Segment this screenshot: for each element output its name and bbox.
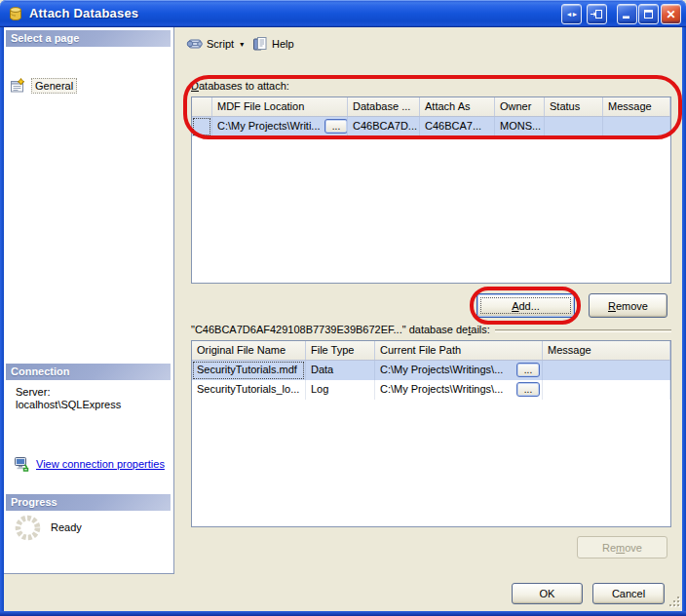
database-details-label: "C46BCA7D6AF429108B7739E39B672EF..." dat… (191, 324, 671, 335)
message-cell[interactable] (603, 117, 670, 136)
attach-databases-dialog: Attach Databases ◄► ✕ (0, 0, 686, 616)
script-label: Script (207, 38, 234, 50)
sidebar-item-general[interactable]: General (10, 77, 77, 94)
cancel-button[interactable]: Cancel (592, 583, 665, 604)
column-header-attach-as: Attach As (420, 97, 495, 116)
database-details-grid: Original File Name File Type Current Fil… (191, 340, 671, 527)
maximize-icon (643, 9, 654, 19)
attach-as-cell[interactable]: C46BCA7... (420, 117, 495, 136)
focus-rect (193, 118, 210, 135)
progress-status: Ready (51, 521, 82, 533)
file-type-cell[interactable]: Log (306, 380, 375, 400)
original-file-name-cell[interactable]: SecurityTutorials.mdf (192, 361, 306, 380)
window-close-button[interactable]: ✕ (661, 4, 681, 24)
column-header-original-file-name: Original File Name (192, 341, 306, 360)
view-connection-properties-link[interactable]: View connection properties (14, 456, 165, 472)
current-file-path-cell[interactable]: C:\My Projects\Writings\... ... (375, 361, 543, 380)
databases-to-attach-label: Databases to attach: (191, 80, 289, 92)
browse-button[interactable]: ... (516, 382, 540, 397)
script-icon (186, 37, 203, 51)
window-minimize-button[interactable] (617, 4, 637, 24)
window-resize-button[interactable]: ◄► (561, 4, 582, 24)
focus-rect (193, 362, 304, 379)
browse-button[interactable]: ... (516, 363, 540, 377)
chevron-down-icon: ▾ (240, 40, 244, 49)
owner-cell[interactable]: MONS... (495, 117, 545, 136)
database-icon (8, 6, 23, 23)
column-header-current-file-path: Current File Path (375, 341, 543, 360)
window-dock-button[interactable] (587, 4, 607, 24)
remove-button[interactable]: Remove (589, 293, 667, 318)
table-row[interactable]: SecurityTutorials_lo... Log C:\My Projec… (192, 380, 670, 400)
column-header-file-type: File Type (306, 341, 375, 360)
message-cell[interactable] (543, 361, 670, 380)
close-icon: ✕ (666, 8, 675, 21)
script-button[interactable]: Script ▾ (179, 32, 250, 56)
resize-arrows-icon: ◄► (566, 11, 578, 18)
remove-details-button[interactable]: Remove (577, 536, 667, 558)
status-cell[interactable] (545, 117, 603, 136)
row-selector-cell[interactable] (192, 117, 212, 136)
column-header-mdf-file-location: MDF File Location (212, 97, 348, 116)
sidebar-item-label: General (31, 78, 77, 94)
databases-to-attach-grid: MDF File Location Database ... Attach As… (191, 96, 671, 284)
mdf-file-location-cell[interactable]: C:\My Projects\Writi... ... (212, 117, 348, 136)
database-cell[interactable]: C46BCA7D... (348, 117, 420, 136)
column-header-message: Message (603, 97, 670, 116)
server-value: localhost\SQLExpress (16, 399, 121, 411)
column-header-status: Status (545, 97, 603, 116)
general-page-icon (10, 78, 25, 94)
message-cell[interactable] (543, 380, 670, 400)
table-row[interactable]: SecurityTutorials.mdf Data C:\My Project… (192, 361, 670, 380)
column-header-owner: Owner (495, 97, 545, 116)
column-header-database: Database ... (348, 97, 420, 116)
window-frame-right (682, 27, 686, 611)
divider (495, 329, 671, 332)
ok-button[interactable]: OK (512, 583, 583, 604)
file-type-cell[interactable]: Data (306, 361, 375, 380)
sidebar: Select a page General Connection Server:… (4, 27, 174, 574)
resize-grip[interactable] (668, 596, 682, 611)
column-header-message: Message (543, 341, 670, 360)
original-file-name-cell[interactable]: SecurityTutorials_lo... (192, 380, 306, 400)
table-row[interactable]: C:\My Projects\Writi... ... C46BCA7D... … (192, 117, 670, 136)
select-a-page-header: Select a page (6, 30, 171, 47)
link-label: View connection properties (36, 458, 165, 470)
window-frame-bottom (0, 611, 686, 616)
minimize-icon (622, 9, 632, 19)
dock-icon (591, 9, 603, 19)
current-file-path-cell[interactable]: C:\My Projects\Writings\... ... (375, 380, 543, 400)
progress-header: Progress (6, 494, 171, 511)
window-title: Attach Databases (29, 6, 138, 20)
connection-properties-icon (14, 456, 30, 472)
grid-header: Original File Name File Type Current Fil… (192, 341, 670, 361)
titlebar[interactable]: Attach Databases ◄► ✕ (0, 0, 686, 27)
grid-header: MDF File Location Database ... Attach As… (192, 97, 670, 117)
window-maximize-button[interactable] (638, 4, 659, 24)
browse-button[interactable]: ... (324, 119, 348, 134)
progress-spinner-icon (14, 514, 42, 544)
help-button[interactable]: Help (246, 32, 301, 56)
column-header-selector (192, 97, 212, 116)
help-icon (252, 36, 268, 52)
help-label: Help (272, 38, 294, 50)
connection-header: Connection (6, 364, 171, 380)
server-label: Server: (16, 386, 50, 399)
add-button[interactable]: Add... (476, 293, 575, 318)
